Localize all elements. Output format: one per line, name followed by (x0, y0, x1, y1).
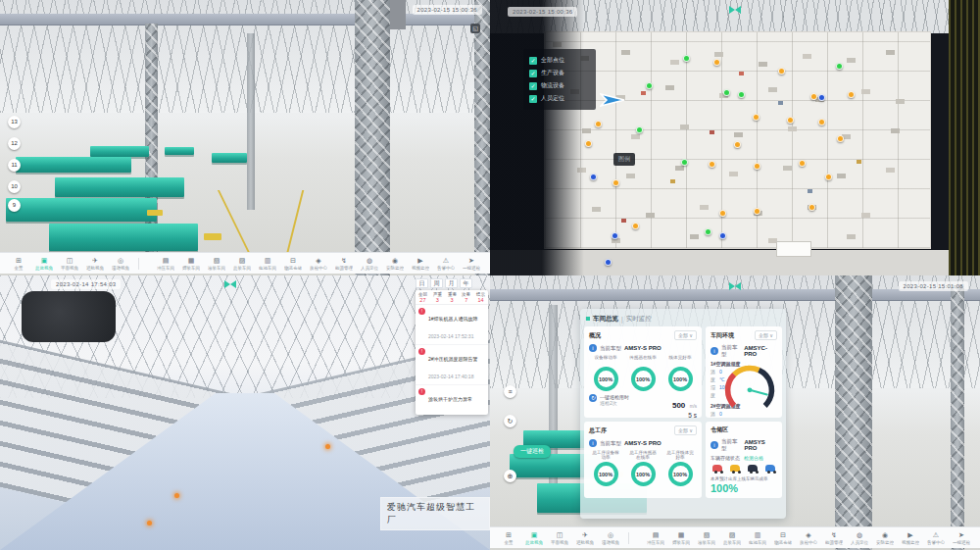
toolbar-view-item[interactable]: ◎ 漫游视角 (108, 256, 133, 271)
toolbar-module-item[interactable]: ▧ 涂装车间 (694, 530, 719, 545)
equipment-status-dot[interactable] (683, 55, 690, 62)
equipment-status-dot[interactable] (646, 82, 653, 89)
toolbar-view-item[interactable]: ◫ 平面视角 (547, 530, 572, 545)
equipment-status-dot[interactable] (681, 159, 688, 166)
checkbox-checked-icon[interactable]: ✓ (529, 57, 537, 65)
equipment-status-dot[interactable] (705, 228, 711, 235)
card-dropdown[interactable]: 全部 ∨ (755, 330, 777, 340)
toolbar-module-item[interactable]: ⊟ 物流仓储 (280, 256, 306, 271)
legend-chip[interactable]: 图例 (613, 153, 635, 166)
card-dropdown[interactable]: 全部 ∨ (674, 425, 697, 435)
equipment-status-dot[interactable] (799, 160, 806, 167)
toolbar-module-item[interactable]: ◈ 质检中心 (306, 256, 331, 271)
card-dropdown[interactable]: 全部 ∨ (674, 330, 697, 340)
alarm-filter-chip[interactable]: 日 (416, 278, 428, 288)
alarm-tab[interactable]: 提示 14 (473, 291, 488, 303)
legend-row[interactable]: ✓ 人员定位 (529, 92, 590, 105)
equipment-status-dot[interactable] (734, 141, 741, 148)
equipment-status-dot[interactable] (738, 91, 745, 98)
legend-row[interactable]: ✓ 生产设备 (529, 67, 590, 79)
toolbar-module-item[interactable]: ➤ 一键巡检 (949, 530, 974, 545)
equipment-status-dot[interactable] (837, 135, 844, 142)
toolbar-module-item[interactable]: ▥ 电池车间 (745, 530, 770, 545)
equipment-status-dot[interactable] (605, 259, 612, 266)
toolbar-view-item[interactable]: ⊞ 全景 (6, 256, 31, 271)
scene-marker-button[interactable]: 11 (8, 159, 21, 172)
equipment-status-dot[interactable] (719, 210, 726, 217)
toolbar-view-item[interactable]: ⊞ 全景 (496, 530, 521, 545)
alarm-tab[interactable]: 全部 27 (416, 291, 430, 303)
equipment-status-dot[interactable] (754, 163, 760, 170)
equipment-status-dot[interactable] (590, 174, 597, 180)
toolbar-module-item[interactable]: ▶ 视频监控 (898, 530, 923, 545)
alarm-list-item[interactable]: ! 1#焊装机器人通讯故障 2023-02-14 17:52:31 (416, 305, 488, 345)
equipment-status-dot[interactable] (612, 179, 619, 186)
equipment-status-dot[interactable] (585, 140, 592, 147)
equipment-status-dot[interactable] (753, 114, 760, 121)
scene-marker-button[interactable]: 10 (8, 180, 21, 193)
toolbar-view-item[interactable]: ▣ 总览视角 (521, 530, 547, 545)
equipment-status-dot[interactable] (636, 126, 643, 133)
alarm-list-item[interactable]: ! 2#冲压机温度超限告警 2023-02-14 17:40:18 (416, 345, 488, 385)
scene-marker-button[interactable]: 9 (8, 199, 21, 212)
toolbar-module-item[interactable]: ⊟ 物流仓储 (770, 530, 796, 545)
toolbar-module-item[interactable]: ▤ 冲压车间 (643, 530, 668, 545)
equipment-status-dot[interactable] (754, 208, 760, 215)
expand-button[interactable]: ◱ (470, 24, 480, 33)
toolbar-module-item[interactable]: ▧ 涂装车间 (204, 256, 229, 271)
alarm-list-item[interactable]: ! 涂装烘干炉压力异常 2023-02-14 17:21:46 (416, 385, 488, 415)
equipment-status-dot[interactable] (778, 68, 785, 75)
alarm-tab[interactable]: 严重 3 (430, 291, 445, 303)
checkbox-checked-icon[interactable]: ✓ (529, 82, 537, 90)
equipment-status-dot[interactable] (709, 161, 715, 168)
legend-row[interactable]: ✓ 物流设备 (529, 79, 590, 92)
equipment-status-dot[interactable] (595, 121, 602, 127)
equipment-status-dot[interactable] (836, 63, 843, 70)
toolbar-module-item[interactable]: ➤ 一键巡检 (459, 256, 484, 271)
equipment-status-dot[interactable] (818, 94, 825, 101)
alarm-filter-chip[interactable]: 年 (460, 278, 472, 288)
equipment-status-dot[interactable] (612, 232, 618, 239)
toolbar-module-item[interactable]: ▤ 冲压车间 (153, 256, 178, 271)
side-tool-button[interactable]: ≡ (504, 385, 516, 398)
alarm-tab[interactable]: 次要 7 (459, 291, 473, 303)
toolbar-view-item[interactable]: ◎ 漫游视角 (598, 530, 623, 545)
equipment-status-dot[interactable] (723, 89, 730, 96)
toolbar-module-item[interactable]: ↯ 能源管理 (331, 256, 357, 271)
toolbar-module-item[interactable]: ◉ 安防监控 (872, 530, 898, 545)
scene-marker-button[interactable]: 13 (8, 116, 21, 128)
toolbar-module-item[interactable]: ▨ 总装车间 (719, 530, 745, 545)
toolbar-module-item[interactable]: ◍ 人员定位 (357, 256, 382, 271)
toolbar-module-item[interactable]: ▶ 视频监控 (408, 256, 433, 271)
toolbar-module-item[interactable]: ◉ 安防监控 (382, 256, 408, 271)
equipment-status-dot[interactable] (632, 223, 639, 229)
legend-row[interactable]: ✓ 全部点位 (529, 54, 590, 67)
toolbar-module-item[interactable]: ◈ 质检中心 (796, 530, 821, 545)
toolbar-view-item[interactable]: ◫ 平面视角 (57, 256, 82, 271)
equipment-status-dot[interactable] (719, 232, 726, 239)
toolbar-module-item[interactable]: ↯ 能源管理 (821, 530, 847, 545)
toolbar-module-item[interactable]: ▨ 总装车间 (229, 256, 255, 271)
patrol-button[interactable]: 一键巡检 (514, 445, 551, 458)
alarm-filter-chip[interactable]: 周 (430, 278, 443, 288)
toolbar-view-item[interactable]: ✈ 巡航视角 (82, 256, 108, 271)
equipment-status-dot[interactable] (810, 93, 817, 100)
toolbar-module-item[interactable]: ◍ 人员定位 (847, 530, 872, 545)
toolbar-module-item[interactable]: ⚠ 告警中心 (923, 530, 949, 545)
toolbar-module-item[interactable]: ⚠ 告警中心 (433, 256, 459, 271)
checkbox-checked-icon[interactable]: ✓ (529, 70, 537, 77)
toolbar-module-item[interactable]: ▥ 电池车间 (255, 256, 280, 271)
camera-position-arrow[interactable] (600, 90, 625, 110)
side-tool-button[interactable]: ↻ (504, 415, 516, 427)
scene-marker-button[interactable]: 12 (8, 137, 21, 150)
side-tool-button[interactable]: ⊕ (504, 470, 516, 482)
checkbox-checked-icon[interactable]: ✓ (529, 95, 537, 103)
alarm-tab[interactable]: 重要 3 (445, 291, 460, 303)
toolbar-view-item[interactable]: ▣ 总览视角 (31, 256, 57, 271)
equipment-status-dot[interactable] (848, 91, 855, 98)
toolbar-module-item[interactable]: ▦ 焊装车间 (668, 530, 694, 545)
equipment-status-dot[interactable] (787, 117, 794, 124)
equipment-status-dot[interactable] (713, 59, 720, 66)
equipment-status-dot[interactable] (808, 204, 815, 211)
equipment-status-dot[interactable] (818, 119, 825, 125)
